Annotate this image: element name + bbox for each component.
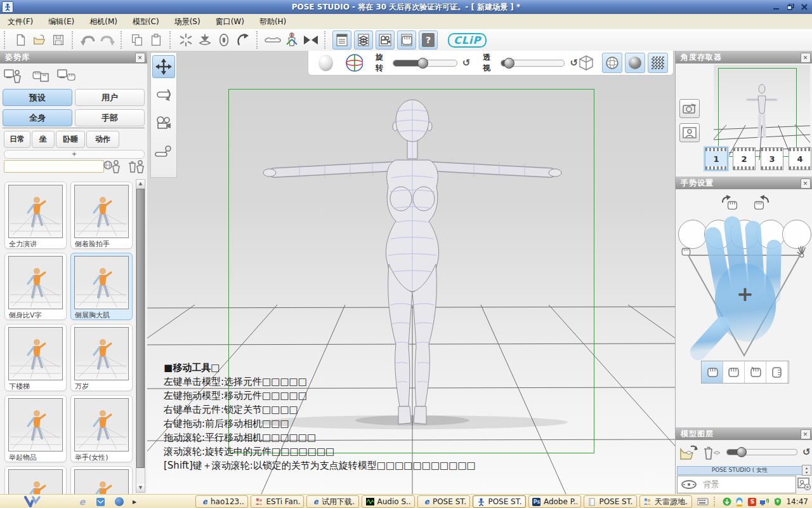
pose-item[interactable]: 侧身比V字 <box>4 253 67 320</box>
filter-preset-button[interactable]: 预设 <box>3 89 72 106</box>
sogou-tray-icon[interactable]: S <box>747 497 757 507</box>
portrait-view-button[interactable] <box>679 123 700 142</box>
pose-item[interactable]: 万岁 <box>70 324 133 391</box>
toggle-layers-button[interactable] <box>354 30 373 50</box>
mirror-icon[interactable] <box>302 31 320 49</box>
rotate-left-hand-icon[interactable] <box>720 194 743 211</box>
apply-hand-pose-icon[interactable] <box>57 67 76 85</box>
pose-library-close-icon[interactable]: ✕ <box>135 53 145 63</box>
qq-tray-icon[interactable] <box>735 497 744 507</box>
copy-icon[interactable] <box>128 31 146 49</box>
help-button[interactable]: ? <box>419 30 438 50</box>
model-opacity-slider[interactable] <box>726 449 797 455</box>
focus-target-icon[interactable] <box>215 31 233 49</box>
flashget-tray-icon[interactable] <box>722 497 731 507</box>
task-pose-studio-active[interactable]: POSE ST... <box>473 495 525 508</box>
texture-toggle[interactable] <box>648 53 668 73</box>
category-daily-tab[interactable]: 日常 <box>4 131 30 148</box>
pose-search-input[interactable] <box>4 160 104 173</box>
flip-rotate-icon[interactable] <box>234 31 252 49</box>
task-pose-web[interactable]: ePOSE ST... <box>417 495 470 508</box>
open-file-icon[interactable] <box>30 31 48 49</box>
angle-slot-2[interactable]: 2 <box>733 147 756 170</box>
media-quicklaunch-icon[interactable] <box>114 497 124 507</box>
rotate-reset-icon[interactable]: ↺ <box>462 57 471 69</box>
new-file-icon[interactable] <box>11 31 29 49</box>
pose-item-selected[interactable]: 侧展胸大肌 <box>70 253 133 320</box>
gimbal-icon[interactable] <box>344 53 363 73</box>
layer-order-spinner[interactable]: ▴▾ <box>802 465 811 476</box>
shield-tray-icon[interactable] <box>773 497 782 507</box>
task-esti-fan[interactable]: ESTi Fan... <box>251 495 303 508</box>
scroll-up-icon[interactable]: ▲ <box>136 180 145 188</box>
camera-tool-button[interactable] <box>153 112 174 134</box>
filter-user-button[interactable]: 用户 <box>75 89 145 106</box>
hand-preset-2-button[interactable] <box>723 361 745 383</box>
bone-icon[interactable] <box>264 31 282 49</box>
ie-quicklaunch-icon[interactable]: e <box>77 497 87 507</box>
scroll-down-icon[interactable]: ▼ <box>136 484 145 492</box>
save-icon[interactable] <box>49 31 67 49</box>
add-category-tab[interactable]: + <box>4 150 145 159</box>
model-layer-item[interactable]: POSE STUDIO ( 女性 <box>677 466 802 475</box>
angle-preview[interactable] <box>714 65 810 160</box>
menu-file[interactable]: 文件(F) <box>0 15 41 29</box>
scrollbar-thumb[interactable] <box>136 189 145 468</box>
hand-preset-4-button[interactable] <box>766 361 788 383</box>
load-model-icon[interactable] <box>679 444 698 460</box>
filter-fullbody-button[interactable]: 全身 <box>3 109 72 126</box>
gesture-panel-close-icon[interactable]: ✕ <box>801 178 811 189</box>
move-model-icon[interactable] <box>283 31 301 49</box>
pose-item[interactable]: 举起物品 <box>4 395 67 462</box>
filter-hand-button[interactable]: 手部 <box>75 109 145 126</box>
angle-slot-4[interactable]: 4 <box>789 147 811 170</box>
light-sphere-icon[interactable] <box>318 55 333 71</box>
angle-panel-close-icon[interactable]: ✕ <box>801 53 811 63</box>
gesture-crosshair[interactable]: + <box>737 282 754 306</box>
quicklaunch-expand-icon[interactable]: ▶ <box>133 499 136 505</box>
pose-item[interactable]: 全力演讲 <box>4 182 67 249</box>
undo-icon[interactable] <box>79 31 97 49</box>
wireframe-sphere-toggle[interactable] <box>602 53 622 73</box>
viewport-3d[interactable]: 旋转 ↺ 透视 ↺ ■移动工具□ 左键单击模型:选择元件□□□□□ 左键拖动模型… <box>147 51 675 494</box>
task-adobe[interactable]: PsAdobe P... <box>528 495 581 508</box>
search-pose-icon[interactable] <box>103 159 122 176</box>
hand-preset-1-button[interactable] <box>702 361 723 383</box>
toggle-pose-library-button[interactable] <box>332 30 351 50</box>
apply-pose-icon[interactable] <box>4 67 23 85</box>
pose-item[interactable] <box>4 466 67 494</box>
category-sit-tab[interactable]: 坐 <box>32 131 55 148</box>
visibility-eye-icon[interactable] <box>680 479 698 490</box>
restore-button[interactable] <box>784 2 797 12</box>
angle-slot-3[interactable]: 3 <box>761 147 783 170</box>
bone-tool-button[interactable] <box>153 140 174 162</box>
delete-pose-icon[interactable] <box>127 159 146 176</box>
snapshot-camera-button[interactable] <box>679 99 700 118</box>
menu-model[interactable]: 模型(C) <box>125 15 167 29</box>
pose-item[interactable]: 侧着脸拍手 <box>70 182 133 249</box>
pose-scrollbar[interactable]: ▲ ▼ <box>136 179 145 493</box>
task-tianlei[interactable]: 天雷源地... <box>639 495 692 508</box>
keyboard-tray-icon[interactable] <box>697 498 709 505</box>
background-image-button[interactable] <box>797 477 811 491</box>
task-hao123[interactable]: ehao123... <box>195 495 248 508</box>
opacity-reset-icon[interactable]: ↺ <box>802 446 811 458</box>
paste-icon[interactable] <box>147 31 165 49</box>
perspective-reset-icon[interactable]: ↺ <box>570 57 578 69</box>
move-tool-button[interactable] <box>152 55 175 78</box>
menu-edit[interactable]: 编辑(E) <box>41 15 82 29</box>
rotate-tool-button[interactable] <box>153 84 174 106</box>
category-lie-tab[interactable]: 卧睡 <box>56 131 85 148</box>
toggle-camera-button[interactable] <box>376 30 395 50</box>
perspective-slider[interactable] <box>501 60 565 67</box>
mail-quicklaunch-icon[interactable] <box>96 497 105 507</box>
pose-item[interactable] <box>70 466 133 494</box>
network-tray-icon[interactable] <box>760 497 769 507</box>
redo-icon[interactable] <box>98 31 116 49</box>
rotate-right-hand-icon[interactable] <box>748 194 771 211</box>
menu-camera[interactable]: 相机(M) <box>82 15 125 29</box>
task-pose-doc[interactable]: POSE ST... <box>584 495 636 508</box>
task-audio[interactable]: Audio S... <box>362 495 414 508</box>
pose-item[interactable]: 下楼梯 <box>4 324 67 391</box>
category-action-tab[interactable]: 动作 <box>86 131 119 148</box>
